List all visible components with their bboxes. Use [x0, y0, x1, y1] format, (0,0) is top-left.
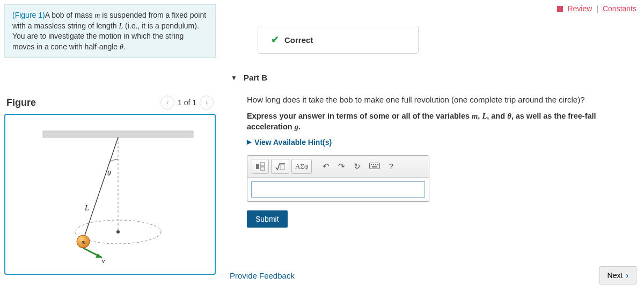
undo-button[interactable]: ↶ [319, 159, 333, 173]
figure-image: m v θ L [4, 114, 216, 275]
correct-label: Correct [284, 35, 313, 45]
figure-pager: ‹ 1 of 1 › [160, 96, 214, 110]
problem-statement: (Figure 1)A bob of mass m is suspended f… [4, 4, 216, 58]
equation-toolbar: ΑΣφ ↶ ↷ ↻ ? [247, 156, 429, 178]
redo-button[interactable]: ↷ [335, 159, 348, 173]
caret-right-icon: ▶ [247, 138, 251, 145]
figure-pager-text: 1 of 1 [178, 98, 196, 107]
part-b-header[interactable]: ▼ Part B [231, 70, 639, 85]
svg-rect-13 [260, 163, 265, 166]
figure-reference-link[interactable]: (Figure 1) [12, 11, 45, 19]
svg-text:v: v [102, 257, 105, 264]
next-button[interactable]: Next› [599, 266, 636, 284]
part-b-instruction: Express your answer in terms of some or … [247, 111, 639, 133]
chevron-right-icon: › [626, 271, 628, 280]
book-icon [557, 6, 563, 12]
svg-text:L: L [84, 204, 89, 212]
constants-link[interactable]: Constants [603, 4, 636, 13]
part-b-label: Part B [244, 73, 267, 82]
correct-feedback-box: ✔ Correct [258, 26, 419, 54]
answer-box: ΑΣφ ↶ ↷ ↻ ? [247, 155, 429, 202]
svg-rect-18 [373, 164, 374, 165]
help-button[interactable]: ? [385, 159, 396, 173]
svg-rect-20 [377, 164, 378, 165]
top-links: Review | Constants [557, 4, 636, 13]
svg-rect-14 [260, 167, 265, 170]
svg-text:m: m [82, 239, 85, 245]
separator: | [596, 4, 598, 13]
figure-next-button[interactable]: › [200, 96, 214, 110]
submit-button[interactable]: Submit [247, 210, 288, 228]
svg-rect-15 [280, 165, 284, 170]
svg-rect-12 [256, 164, 259, 169]
view-hints-link[interactable]: ▶ View Available Hint(s) [247, 138, 639, 147]
svg-rect-16 [370, 163, 380, 169]
review-link[interactable]: Review [567, 4, 592, 13]
figure-title: Figure [6, 97, 36, 108]
figure-prev-button[interactable]: ‹ [160, 96, 174, 110]
provide-feedback-link[interactable]: Provide Feedback [230, 271, 295, 280]
part-b-question: How long does it take the bob to make on… [247, 95, 639, 104]
sqrt-tool-button[interactable] [271, 159, 289, 174]
answer-input[interactable] [251, 181, 425, 198]
caret-down-icon: ▼ [231, 74, 237, 82]
check-icon: ✔ [271, 34, 279, 46]
reset-button[interactable]: ↻ [350, 159, 364, 173]
greek-tool-button[interactable]: ΑΣφ [291, 159, 312, 174]
svg-rect-21 [372, 166, 377, 167]
svg-text:θ: θ [107, 169, 111, 177]
template-tool-button[interactable] [252, 159, 269, 174]
keyboard-button[interactable] [366, 159, 383, 173]
svg-rect-17 [371, 164, 372, 165]
svg-rect-19 [375, 164, 376, 165]
svg-rect-0 [43, 131, 193, 137]
svg-line-4 [83, 137, 118, 240]
svg-point-3 [116, 230, 120, 233]
